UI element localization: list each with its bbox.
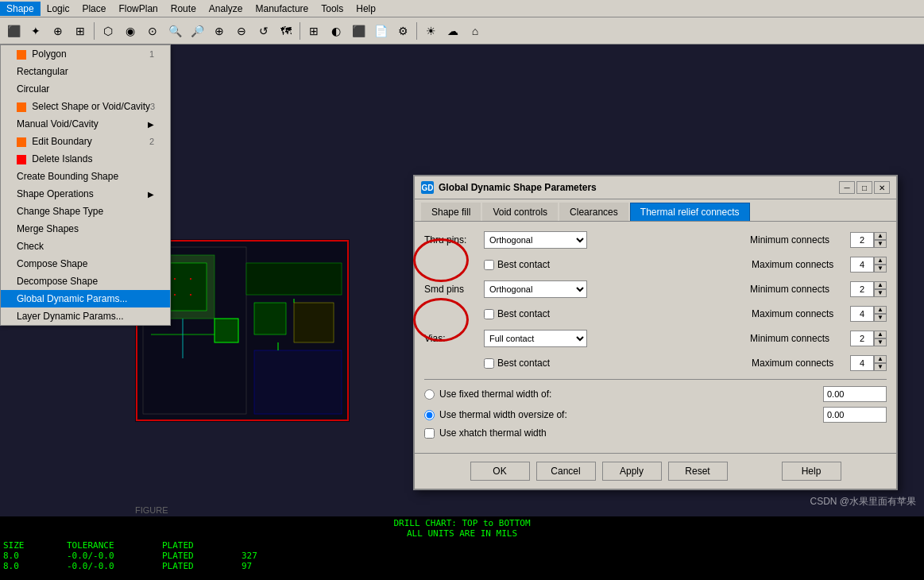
oversize-thermal-radio[interactable]: [424, 410, 435, 420]
menu-select-shape[interactable]: Select Shape or Void/Cavity 3: [1, 98, 170, 115]
toolbar-btn-1[interactable]: ⬛: [3, 21, 24, 41]
menu-analyze[interactable]: Analyze: [203, 2, 249, 16]
fixed-thermal-input[interactable]: [823, 386, 887, 402]
toolbar-btn-19[interactable]: ☀: [420, 21, 441, 41]
smd-max-down[interactable]: ▼: [874, 314, 887, 322]
toolbar-btn-20[interactable]: ☁: [443, 21, 463, 41]
toolbar-btn-11[interactable]: ⊖: [231, 21, 252, 41]
menu-merge-shapes[interactable]: Merge Shapes: [1, 220, 170, 238]
toolbar-btn-3[interactable]: ⊕: [48, 21, 68, 41]
vias-max-input[interactable]: [850, 355, 874, 371]
tab-thermal-relief[interactable]: Thermal relief connects: [630, 203, 750, 221]
toolbar-btn-6[interactable]: ◉: [120, 21, 141, 41]
thru-max-down[interactable]: ▼: [874, 265, 887, 273]
menu-edit-boundary[interactable]: Edit Boundary 2: [1, 133, 170, 150]
dialog-close-button[interactable]: ✕: [874, 181, 890, 194]
thru-min-down[interactable]: ▼: [874, 240, 887, 248]
toolbar-btn-17[interactable]: 📄: [370, 21, 391, 41]
vias-best-contact-checkbox[interactable]: [484, 358, 494, 369]
thru-max-input[interactable]: [850, 257, 874, 273]
smd-min-input[interactable]: [850, 281, 874, 297]
toolbar-btn-18[interactable]: ⚙: [392, 21, 413, 41]
thru-max-up[interactable]: ▲: [874, 257, 887, 265]
smd-min-up[interactable]: ▲: [874, 281, 887, 289]
toolbar-btn-9[interactable]: 🔎: [187, 21, 207, 41]
cancel-button[interactable]: Cancel: [536, 462, 596, 481]
xhatch-thermal-checkbox[interactable]: [424, 428, 435, 439]
vias-max-up[interactable]: ▲: [874, 355, 887, 363]
menu-create-bounding[interactable]: Create Bounding Shape: [1, 168, 170, 185]
smd-max-up[interactable]: ▲: [874, 306, 887, 314]
toolbar-btn-16[interactable]: ⬛: [348, 21, 369, 41]
menu-decompose-shape[interactable]: Decompose Shape: [1, 273, 170, 290]
thru-pins-dropdown[interactable]: Orthogonal Full contact No connects: [484, 231, 587, 249]
vias-dropdown[interactable]: Orthogonal Full contact No connects: [484, 330, 587, 347]
toolbar-btn-8[interactable]: 🔍: [164, 21, 185, 41]
toolbar-btn-2[interactable]: ✦: [25, 21, 46, 41]
toolbar-btn-4[interactable]: ⊞: [70, 21, 91, 41]
svg-point-8: [190, 294, 191, 296]
thru-max-spin[interactable]: ▲ ▼: [850, 257, 887, 273]
menu-check[interactable]: Check: [1, 238, 170, 255]
vias-min-up[interactable]: ▲: [874, 331, 887, 338]
tab-shape-fill[interactable]: Shape fill: [421, 203, 481, 221]
toolbar-btn-5[interactable]: ⬡: [98, 21, 118, 41]
row2-plated: PLATED: [162, 561, 226, 571]
tab-clearances[interactable]: Clearances: [559, 203, 628, 221]
menu-help[interactable]: Help: [350, 2, 382, 16]
vias-best-contact-row: Best contact Maximum connects ▲ ▼: [484, 355, 887, 371]
vias-min-down[interactable]: ▼: [874, 338, 887, 346]
help-button[interactable]: Help: [782, 462, 841, 481]
toolbar-btn-7[interactable]: ⊙: [142, 21, 163, 41]
dialog-maximize-button[interactable]: □: [856, 181, 872, 194]
menu-compose-shape[interactable]: Compose Shape: [1, 255, 170, 273]
vias-max-spin[interactable]: ▲ ▼: [850, 355, 887, 371]
menu-shape-operations[interactable]: Shape Operations ▶: [1, 185, 170, 203]
apply-button[interactable]: Apply: [602, 462, 662, 481]
smd-pins-dropdown[interactable]: Orthogonal Full contact No connects: [484, 280, 587, 298]
thru-best-contact-checkbox[interactable]: [484, 260, 494, 270]
menu-logic[interactable]: Logic: [41, 2, 76, 16]
menu-flowplan[interactable]: FlowPlan: [112, 2, 164, 16]
menu-global-dynamic-params[interactable]: Global Dynamic Params...: [1, 290, 170, 307]
thru-min-input[interactable]: [850, 232, 874, 248]
menu-route[interactable]: Route: [164, 2, 203, 16]
smd-max-spin[interactable]: ▲ ▼: [850, 306, 887, 322]
reset-button[interactable]: Reset: [668, 462, 728, 481]
smd-min-down[interactable]: ▼: [874, 289, 887, 297]
shape-dropdown-menu: Polygon 1 Rectangular Circular Select Sh…: [0, 44, 171, 326]
menu-layer-dynamic-params[interactable]: Layer Dynamic Params...: [1, 307, 170, 325]
toolbar-btn-12[interactable]: ↺: [253, 21, 274, 41]
menu-rectangular[interactable]: Rectangular: [1, 63, 170, 80]
ok-button[interactable]: OK: [470, 462, 530, 481]
toolbar-btn-13[interactable]: 🗺: [276, 21, 296, 41]
menu-shape[interactable]: Shape: [0, 2, 41, 16]
row2-count: 97: [242, 561, 252, 571]
menu-polygon[interactable]: Polygon 1: [1, 45, 170, 63]
menu-delete-islands[interactable]: Delete Islands: [1, 150, 170, 168]
menu-manufacture[interactable]: Manufacture: [249, 2, 315, 16]
menu-tools[interactable]: Tools: [315, 2, 350, 16]
vias-min-input[interactable]: [850, 331, 874, 346]
dialog-minimize-button[interactable]: ─: [839, 181, 855, 194]
tab-void-controls[interactable]: Void controls: [482, 203, 558, 221]
menu-manual-void[interactable]: Manual Void/Cavity ▶: [1, 115, 170, 133]
vias-min-spin[interactable]: ▲ ▼: [850, 331, 887, 346]
menu-place[interactable]: Place: [75, 2, 112, 16]
figure-label: FIGURE: [135, 505, 168, 515]
thru-min-spin[interactable]: ▲ ▼: [850, 232, 887, 248]
toolbar-btn-21[interactable]: ⌂: [465, 21, 485, 41]
menu-circular[interactable]: Circular: [1, 80, 170, 98]
oversize-thermal-input[interactable]: [823, 407, 887, 423]
toolbar-btn-15[interactable]: ◐: [326, 21, 346, 41]
menu-change-shape-type[interactable]: Change Shape Type: [1, 203, 170, 220]
smd-max-input[interactable]: [850, 306, 874, 322]
thru-min-up[interactable]: ▲: [874, 232, 887, 240]
smd-min-spin[interactable]: ▲ ▼: [850, 281, 887, 297]
svg-point-5: [174, 278, 176, 280]
vias-max-down[interactable]: ▼: [874, 363, 887, 371]
toolbar-btn-10[interactable]: ⊕: [209, 21, 230, 41]
smd-best-contact-checkbox[interactable]: [484, 309, 494, 319]
toolbar-btn-14[interactable]: ⊞: [303, 21, 324, 41]
fixed-thermal-radio[interactable]: [424, 389, 435, 400]
